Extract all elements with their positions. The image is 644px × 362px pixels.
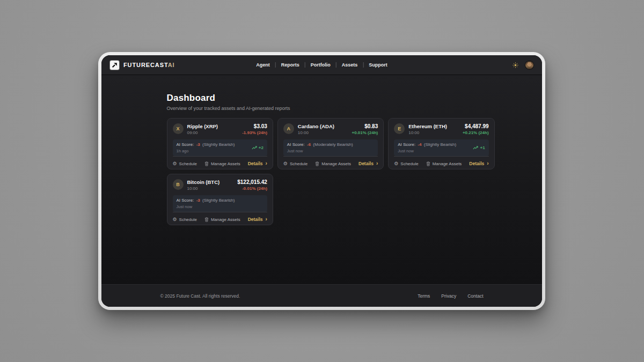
gear-icon: ⚙: [173, 217, 177, 222]
schedule-button[interactable]: ⚙Schedule: [173, 161, 197, 166]
nav-item-reports[interactable]: Reports: [276, 62, 305, 68]
chevron-right-icon: ›: [376, 161, 378, 166]
footer-link-contact[interactable]: Contact: [467, 293, 483, 299]
asset-card-bitcoin: B Bitcoin (BTC) 10:00 $122,015.42 -0.01%…: [167, 174, 273, 225]
footer-bar: © 2025 Future Cast. All rights reserved.…: [101, 284, 542, 307]
card-header: E Ethereum (ETH) 10:00 $4,487.99 +0.21% …: [394, 123, 488, 135]
asset-initial-badge: E: [394, 123, 405, 134]
page-title: Dashboard: [167, 93, 477, 104]
gear-icon: ⚙: [283, 161, 288, 166]
manage-assets-button[interactable]: Manage Assets: [204, 217, 240, 222]
asset-change: -0.01% (24h): [237, 186, 267, 191]
score-updated-ago: 1h ago: [177, 149, 235, 153]
asset-card-grid: X Ripple (XRP) 09:00 $3.03 -1.93% (24h): [167, 118, 477, 225]
trending-up-icon: [252, 146, 257, 150]
top-navigation-bar: FUTURECASTAI Agent Reports Portfolio Ass…: [101, 55, 542, 75]
brand-logo[interactable]: FUTURECASTAI: [110, 61, 175, 70]
card-header: B Bitcoin (BTC) 10:00 $122,015.42 -0.01%…: [173, 179, 267, 191]
chevron-right-icon: ›: [266, 161, 267, 166]
asset-change: +0.01% (24h): [352, 130, 378, 135]
asset-time: 10:00: [298, 130, 334, 135]
ai-score-label: AI Score:: [177, 142, 194, 147]
asset-change: +0.21% (24h): [463, 130, 489, 135]
nav-item-agent[interactable]: Agent: [251, 62, 275, 68]
trash-icon: [426, 161, 430, 166]
ai-score-row: AI Score: -3 (Slightly Bearish) 1h ago +…: [173, 139, 267, 156]
score-updated-ago: Just now: [287, 149, 353, 153]
trash-icon: [204, 217, 209, 222]
asset-price: $4,487.99: [463, 123, 489, 129]
score-trend-badge: +1: [473, 145, 485, 150]
asset-time: 10:00: [187, 186, 220, 191]
ai-score-row: AI Score: -3 (Slightly Bearish) Just now: [173, 195, 267, 212]
ai-score-sentiment: (Slightly Bearish): [202, 198, 235, 203]
asset-initial-badge: X: [173, 123, 184, 134]
nav-item-support[interactable]: Support: [363, 62, 393, 68]
details-button[interactable]: Details›: [358, 161, 378, 166]
main-content: Dashboard Overview of your tracked asset…: [101, 75, 542, 284]
ai-score-sentiment: (Moderately Bearish): [313, 142, 353, 147]
chevron-right-icon: ›: [266, 217, 267, 222]
ai-score-label: AI Score:: [177, 198, 194, 203]
score-updated-ago: Just now: [177, 204, 235, 209]
theme-toggle-sun-icon[interactable]: [512, 62, 519, 69]
trash-icon: [204, 161, 209, 166]
ai-score-value: -3: [196, 198, 200, 203]
asset-price: $3.03: [242, 123, 267, 129]
brand-arrow-icon: [110, 61, 119, 70]
topbar-right-controls: [512, 61, 533, 69]
details-button[interactable]: Details›: [248, 217, 267, 222]
schedule-button[interactable]: ⚙Schedule: [283, 161, 308, 166]
details-button[interactable]: Details›: [248, 161, 267, 166]
asset-price: $0.83: [352, 123, 378, 129]
brand-accent: AI: [168, 62, 175, 68]
asset-name: Ethereum (ETH): [408, 123, 447, 129]
manage-assets-button[interactable]: Manage Assets: [426, 161, 462, 166]
manage-assets-button[interactable]: Manage Assets: [204, 161, 240, 166]
card-header: X Ripple (XRP) 09:00 $3.03 -1.93% (24h): [173, 123, 267, 135]
ai-score-value: -4: [418, 142, 421, 147]
asset-card-cardano: A Cardano (ADA) 10:00 $0.83 +0.01% (24h): [277, 118, 384, 169]
details-button[interactable]: Details›: [469, 161, 488, 166]
ai-score-value: -6: [307, 142, 311, 147]
footer-link-privacy[interactable]: Privacy: [441, 293, 456, 299]
score-trend-badge: +2: [252, 145, 264, 150]
ai-score-row: AI Score: -6 (Moderately Bearish) Just n…: [283, 139, 378, 156]
user-avatar[interactable]: [525, 61, 533, 69]
copyright-text: © 2025 Future Cast. All rights reserved.: [160, 293, 240, 299]
page-subtitle: Overview of your tracked assets and AI-g…: [167, 106, 477, 111]
schedule-button[interactable]: ⚙Schedule: [173, 217, 197, 222]
asset-card-ripple: X Ripple (XRP) 09:00 $3.03 -1.93% (24h): [167, 118, 273, 169]
card-header: A Cardano (ADA) 10:00 $0.83 +0.01% (24h): [283, 123, 378, 135]
brand-name: FUTURECASTAI: [123, 62, 175, 68]
main-nav: Agent Reports Portfolio Assets Support: [251, 55, 393, 75]
footer-links: Terms Privacy Contact: [418, 293, 483, 299]
trending-up-icon: [473, 146, 478, 150]
ai-score-sentiment: (Slightly Bearish): [202, 142, 235, 147]
asset-change: -1.93% (24h): [242, 130, 267, 135]
asset-name: Bitcoin (BTC): [187, 179, 220, 185]
asset-name: Cardano (ADA): [298, 123, 334, 129]
ai-score-sentiment: (Slightly Bearish): [424, 142, 456, 147]
app-window: FUTURECASTAI Agent Reports Portfolio Ass…: [98, 52, 545, 310]
asset-time: 10:00: [408, 130, 447, 135]
score-updated-ago: Just now: [398, 149, 456, 153]
ai-score-label: AI Score:: [287, 142, 305, 147]
ai-score-label: AI Score:: [398, 142, 415, 147]
asset-time: 09:00: [187, 130, 218, 135]
gear-icon: ⚙: [394, 161, 398, 166]
asset-price: $122,015.42: [237, 179, 267, 185]
schedule-button[interactable]: ⚙Schedule: [394, 161, 418, 166]
manage-assets-button[interactable]: Manage Assets: [315, 161, 351, 166]
chevron-right-icon: ›: [487, 161, 488, 166]
trash-icon: [315, 161, 319, 166]
app-screen: FUTURECASTAI Agent Reports Portfolio Ass…: [101, 55, 542, 307]
asset-card-ethereum: E Ethereum (ETH) 10:00 $4,487.99 +0.21% …: [388, 118, 494, 169]
footer-link-terms[interactable]: Terms: [418, 293, 430, 299]
nav-item-assets[interactable]: Assets: [336, 62, 363, 68]
asset-initial-badge: A: [283, 123, 294, 134]
gear-icon: ⚙: [173, 161, 177, 166]
asset-name: Ripple (XRP): [187, 123, 218, 129]
card-actions: ⚙Schedule Manage Assets Details›: [283, 156, 378, 166]
nav-item-portfolio[interactable]: Portfolio: [305, 62, 336, 68]
